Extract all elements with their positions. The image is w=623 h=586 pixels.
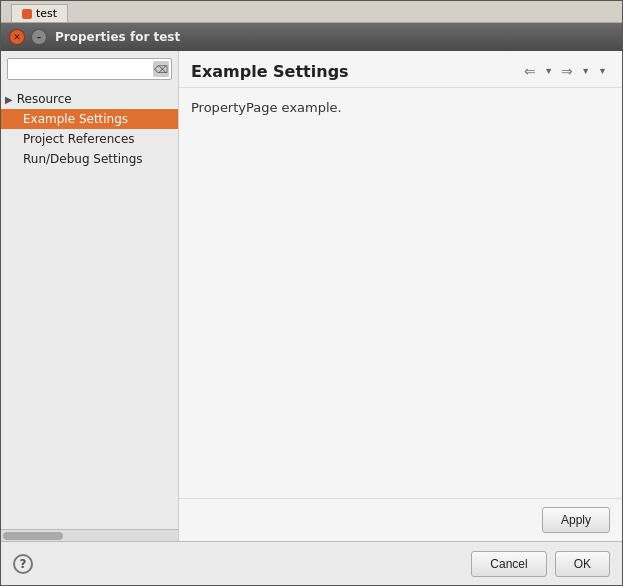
- forward-arrow-icon: ⇒: [561, 63, 573, 79]
- content-panel: Example Settings ⇐ ▼ ⇒ ▼ ▼: [179, 51, 622, 541]
- minimize-icon: –: [37, 32, 42, 42]
- clear-icon: ⌫: [154, 64, 168, 75]
- nav-back-dropdown-button[interactable]: ▼: [541, 64, 556, 78]
- expand-arrow-icon: ▶: [5, 94, 13, 105]
- content-body-text: PropertyPage example.: [191, 100, 342, 115]
- help-button[interactable]: ?: [13, 554, 33, 574]
- sidebar-item-example-settings[interactable]: Example Settings: [1, 109, 178, 129]
- back-dropdown-icon: ▼: [544, 66, 553, 76]
- ok-button[interactable]: OK: [555, 551, 610, 577]
- nav-forward-button[interactable]: ⇒: [558, 61, 576, 81]
- content-header: Example Settings ⇐ ▼ ⇒ ▼ ▼: [179, 51, 622, 88]
- nav-forward-dropdown-button[interactable]: ▼: [578, 64, 593, 78]
- sidebar-item-example-settings-label: Example Settings: [23, 112, 128, 126]
- main-window: test ✕ – Properties for test ⌫ ▶ Resour: [0, 0, 623, 586]
- search-clear-button[interactable]: ⌫: [153, 61, 169, 77]
- sidebar-tree: ▶ Resource Example Settings Project Refe…: [1, 87, 178, 529]
- apply-button[interactable]: Apply: [542, 507, 610, 533]
- menu-dropdown-icon: ▼: [598, 66, 607, 76]
- back-arrow-icon: ⇐: [524, 63, 536, 79]
- sidebar-scrollbar[interactable]: [1, 529, 178, 541]
- tab-icon: [22, 9, 32, 19]
- sidebar-scrollbar-thumb: [3, 532, 63, 540]
- close-button[interactable]: ✕: [9, 29, 25, 45]
- content-footer: Apply: [179, 498, 622, 541]
- sidebar-item-project-references-label: Project References: [23, 132, 135, 146]
- dialog-titlebar: ✕ – Properties for test: [1, 23, 622, 51]
- help-icon: ?: [20, 557, 27, 571]
- content-title: Example Settings: [191, 62, 349, 81]
- nav-menu-button[interactable]: ▼: [595, 64, 610, 78]
- content-nav: ⇐ ▼ ⇒ ▼ ▼: [521, 61, 610, 81]
- sidebar-item-run-debug[interactable]: Run/Debug Settings: [1, 149, 178, 169]
- dialog-title: Properties for test: [55, 30, 180, 44]
- nav-back-button[interactable]: ⇐: [521, 61, 539, 81]
- tab-bar: test: [1, 1, 622, 23]
- content-body: PropertyPage example.: [179, 88, 622, 498]
- close-icon: ✕: [13, 32, 21, 42]
- dialog-footer: ? Cancel OK: [1, 541, 622, 585]
- sidebar-item-project-references[interactable]: Project References: [1, 129, 178, 149]
- sidebar: ⌫ ▶ Resource Example Settings Project Re…: [1, 51, 179, 541]
- cancel-button[interactable]: Cancel: [471, 551, 546, 577]
- sidebar-item-resource-label: Resource: [17, 92, 72, 106]
- search-box: ⌫: [7, 57, 172, 81]
- footer-buttons: Cancel OK: [471, 551, 610, 577]
- tab-test[interactable]: test: [11, 4, 68, 22]
- sidebar-item-resource[interactable]: ▶ Resource: [1, 89, 178, 109]
- minimize-button[interactable]: –: [31, 29, 47, 45]
- dialog-body: ⌫ ▶ Resource Example Settings Project Re…: [1, 51, 622, 541]
- sidebar-item-run-debug-label: Run/Debug Settings: [23, 152, 143, 166]
- tab-label: test: [36, 7, 57, 20]
- forward-dropdown-icon: ▼: [581, 66, 590, 76]
- search-input[interactable]: [7, 58, 172, 80]
